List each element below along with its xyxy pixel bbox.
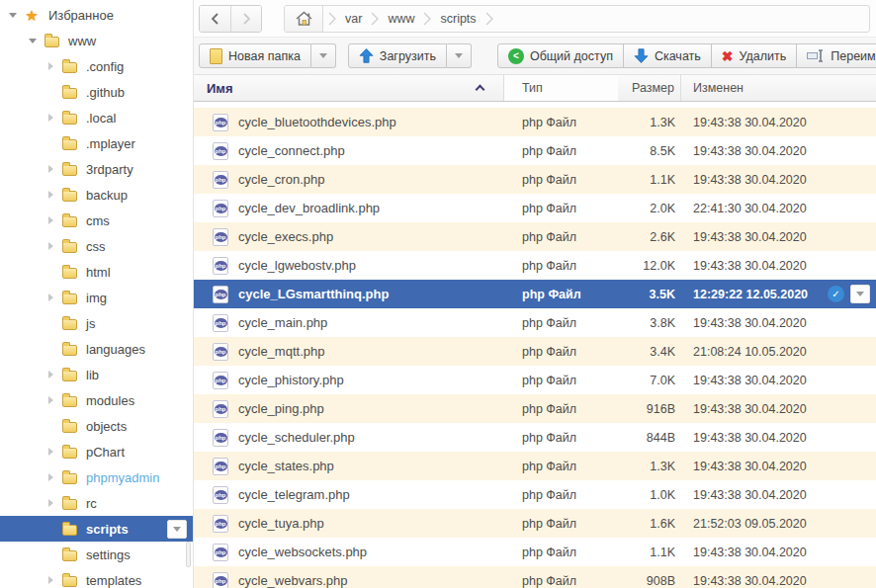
upload-button[interactable]: Загрузить	[348, 43, 447, 68]
file-row[interactable]: phpcycle_tuya.php php Файл 1.6K 21:52:03…	[194, 509, 876, 538]
folder-icon	[58, 291, 80, 304]
file-row[interactable]: phpcycle_bluetoothdevices.php php Файл 1…	[194, 108, 876, 136]
caret-right-icon[interactable]	[43, 114, 58, 122]
folder-icon	[58, 547, 80, 561]
file-row[interactable]: phpcycle_websockets.php php Файл 1.1K 19…	[194, 538, 876, 566]
sidebar-item-rc[interactable]: rc	[0, 490, 193, 516]
file-row[interactable]: phpcycle_execs.php php Файл 2.6K 19:43:3…	[194, 222, 876, 251]
column-header-name[interactable]: Имя	[194, 75, 504, 101]
file-row[interactable]: phpcycle_ping.php php Файл 916B 19:43:38…	[194, 394, 876, 423]
sidebar-item-label: html	[86, 265, 111, 280]
sidebar-item-label: img	[86, 291, 107, 305]
php-file-icon: php	[213, 400, 228, 418]
sidebar-item-css[interactable]: css	[0, 233, 193, 259]
sidebar-item-phpmyadmin[interactable]: phpmyadmin	[0, 464, 193, 490]
file-type: php Файл	[504, 402, 618, 416]
upload-label: Загрузить	[380, 49, 436, 63]
sidebar-item-backup[interactable]: backup	[0, 182, 193, 208]
file-row-selected[interactable]: phpcycle_LGsmartthinq.php php Файл 3.5K …	[194, 280, 876, 308]
row-actions-dropdown-button[interactable]	[850, 285, 870, 303]
sidebar-item-languages[interactable]: languages	[0, 336, 193, 362]
file-row[interactable]: phpcycle_states.php php Файл 1.3K 19:43:…	[194, 452, 876, 480]
file-row[interactable]: phpcycle_scheduler.php php Файл 844B 19:…	[194, 423, 876, 452]
new-folder-dropdown-button[interactable]	[311, 43, 336, 68]
folder-icon	[58, 445, 80, 459]
caret-right-icon[interactable]	[43, 191, 58, 199]
sidebar-item-js[interactable]: js	[0, 310, 193, 336]
file-name: cycle_LGsmartthinq.php	[238, 287, 389, 301]
sidebar-item-mplayer[interactable]: .mplayer	[0, 130, 193, 156]
caret-right-icon[interactable]	[43, 216, 58, 224]
delete-label: Удалить	[740, 49, 787, 63]
share-label: Общий доступ	[530, 49, 613, 63]
php-file-icon: php	[213, 486, 228, 504]
back-button[interactable]	[200, 6, 230, 32]
item-actions-dropdown-button[interactable]	[167, 520, 187, 539]
sidebar-item-scripts[interactable]: scripts	[0, 516, 193, 542]
sidebar-item-lib[interactable]: lib	[0, 362, 193, 387]
sidebar-item-3rdparty[interactable]: 3rdparty	[0, 156, 193, 182]
file-row[interactable]: phpcycle_cron.php php Файл 1.1K 19:43:38…	[194, 165, 876, 194]
sidebar-item-img[interactable]: img	[0, 285, 193, 310]
caret-down-icon[interactable]	[25, 39, 41, 43]
file-row[interactable]: phpcycle_telegram.php php Файл 1.0K 19:4…	[194, 480, 876, 509]
caret-right-icon[interactable]	[43, 576, 58, 584]
file-type: php Файл	[504, 574, 618, 588]
sidebar-item-www[interactable]: www	[0, 28, 193, 53]
sidebar-item-config[interactable]: .config	[0, 53, 193, 79]
breadcrumb-separator-icon	[418, 12, 436, 26]
file-row[interactable]: phpcycle_main.php php Файл 3.8K 19:43:38…	[194, 308, 876, 337]
caret-right-icon[interactable]	[43, 499, 58, 507]
forward-button[interactable]	[230, 6, 261, 32]
action-toolbar: Новая папка Загрузить < Общий доступ	[194, 38, 876, 75]
file-type: php Файл	[504, 288, 618, 301]
breadcrumb-item-var[interactable]: var	[341, 12, 366, 26]
caret-down-icon[interactable]	[5, 13, 21, 18]
file-row[interactable]: phpcycle_phistory.php php Файл 7.0K 19:4…	[194, 366, 876, 394]
file-row[interactable]: phpcycle_dev_broadlink.php php Файл 2.0K…	[194, 194, 876, 222]
sidebar-scrollbar[interactable]	[186, 542, 191, 567]
sidebar-item-local[interactable]: .local	[0, 105, 193, 130]
download-button[interactable]: Скачать	[623, 43, 712, 68]
file-row[interactable]: phpcycle_lgwebostv.php php Файл 12.0K 19…	[194, 251, 876, 280]
sidebar-item-templates[interactable]: templates	[0, 567, 193, 588]
new-folder-button[interactable]: Новая папка	[199, 43, 311, 68]
file-row[interactable]: phpcycle_webvars.php php Файл 908B 19:43…	[194, 566, 876, 588]
selected-check-icon[interactable]: ✓	[828, 286, 844, 302]
caret-right-icon[interactable]	[43, 62, 58, 70]
file-table-body: phpcycle_bluetoothdevices.php php Файл 1…	[194, 102, 876, 588]
caret-right-icon[interactable]	[43, 242, 58, 250]
sidebar-item-label: js	[86, 316, 95, 331]
caret-right-icon[interactable]	[43, 396, 58, 404]
caret-right-icon[interactable]	[43, 371, 58, 378]
sidebar-item-github[interactable]: .github	[0, 79, 193, 105]
delete-button[interactable]: ✖ Удалить	[711, 43, 797, 68]
sidebar-item-cms[interactable]: cms	[0, 208, 193, 233]
sidebar-item-html[interactable]: html	[0, 259, 193, 285]
breadcrumb-item-scripts[interactable]: scripts	[436, 12, 480, 26]
rename-button[interactable]: Переименовать	[796, 43, 876, 68]
caret-right-icon[interactable]	[43, 473, 58, 481]
sidebar-item-modules[interactable]: modules	[0, 387, 193, 413]
file-row[interactable]: phpcycle_mqtt.php php Файл 3.4K 21:08:24…	[194, 337, 876, 366]
php-file-icon: php	[213, 286, 228, 303]
breadcrumb-separator-icon	[323, 12, 341, 26]
share-button[interactable]: < Общий доступ	[497, 43, 624, 68]
home-button[interactable]	[285, 6, 323, 32]
caret-right-icon[interactable]	[43, 294, 58, 301]
sidebar-item-settings[interactable]: settings	[0, 542, 193, 567]
file-type: php Файл	[504, 316, 618, 330]
upload-dropdown-button[interactable]	[447, 43, 472, 68]
sidebar-item-favorites[interactable]: ★ Избранное	[0, 2, 193, 28]
breadcrumb-item-www[interactable]: www	[384, 12, 418, 26]
caret-right-icon[interactable]	[43, 448, 58, 456]
file-name: cycle_bluetoothdevices.php	[238, 115, 396, 129]
php-file-icon: php	[213, 114, 228, 131]
sidebar-item-pchart[interactable]: pChart	[0, 439, 193, 464]
column-header-type[interactable]: Тип	[504, 75, 618, 101]
caret-right-icon[interactable]	[43, 165, 58, 173]
sidebar-item-objects[interactable]: objects	[0, 413, 193, 439]
column-header-modified[interactable]: Изменен	[681, 75, 876, 101]
column-header-size[interactable]: Размер	[618, 75, 681, 101]
file-row[interactable]: phpcycle_connect.php php Файл 8.5K 19:43…	[194, 136, 876, 165]
